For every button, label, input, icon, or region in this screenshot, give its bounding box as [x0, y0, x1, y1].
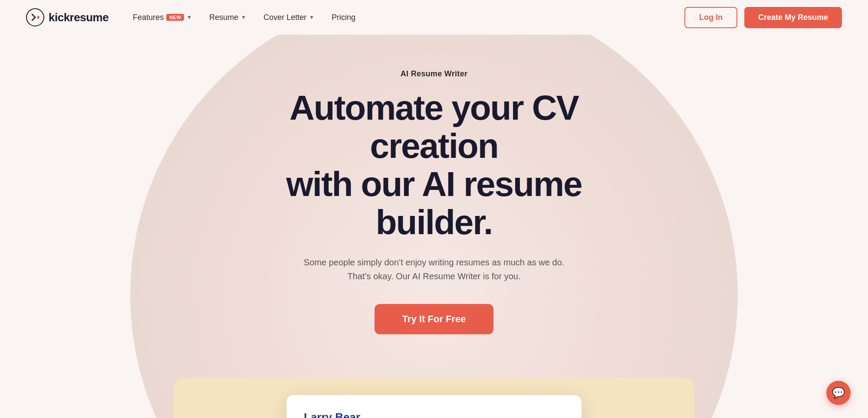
navbar: kickresume Features NEW ▼ Resume ▼ Cover… [0, 0, 868, 35]
nav-pricing-label: Pricing [332, 13, 355, 22]
hero-subtitle-line1: Some people simply don’t enjoy writing r… [304, 258, 564, 267]
hero-title-line1: Automate your CV creation [289, 88, 579, 165]
nav-features-label: Features [133, 13, 164, 22]
logo-icon [26, 8, 44, 26]
nav-item-features[interactable]: Features NEW ▼ [126, 10, 199, 26]
hero-subtitle-line2: That’s okay. Our AI Resume Writer is for… [347, 271, 520, 281]
try-free-button[interactable]: Try It For Free [375, 304, 494, 334]
hero-title: Automate your CV creation with our AI re… [239, 89, 629, 242]
hero-subtitle: Some people simply don’t enjoy writing r… [282, 255, 586, 283]
features-new-badge: NEW [166, 14, 184, 21]
chat-icon: 💬 [832, 387, 845, 399]
nav-items: Features NEW ▼ Resume ▼ Cover Letter ▼ P… [126, 10, 362, 26]
svg-point-1 [37, 16, 39, 19]
create-resume-button[interactable]: Create My Resume [744, 7, 842, 28]
hero-title-line2: with our AI resume builder. [286, 165, 582, 242]
preview-wrapper: Larry Bear Date of birth: 03/25/1980 Ema… [174, 378, 694, 418]
nav-item-cover-letter[interactable]: Cover Letter ▼ [256, 10, 321, 26]
logo-text: kickresume [49, 11, 108, 24]
navbar-left: kickresume Features NEW ▼ Resume ▼ Cover… [26, 8, 362, 26]
hero-section: AI Resume Writer Automate your CV creati… [0, 35, 868, 418]
features-chevron-icon: ▼ [187, 14, 192, 20]
resume-chevron-icon: ▼ [241, 14, 246, 20]
chat-bubble[interactable]: 💬 [826, 381, 851, 405]
nav-cover-letter-label: Cover Letter [263, 13, 306, 22]
navbar-right: Log In Create My Resume [684, 7, 842, 28]
nav-item-pricing[interactable]: Pricing [325, 10, 362, 26]
hero-eyebrow: AI Resume Writer [239, 69, 629, 78]
hero-content: AI Resume Writer Automate your CV creati… [239, 69, 629, 369]
preview-section: Larry Bear Date of birth: 03/25/1980 Ema… [0, 369, 868, 418]
nav-resume-label: Resume [209, 13, 238, 22]
logo[interactable]: kickresume [26, 8, 108, 26]
nav-item-resume[interactable]: Resume ▼ [202, 10, 253, 26]
login-button[interactable]: Log In [684, 7, 737, 28]
resume-card: Larry Bear Date of birth: 03/25/1980 Ema… [286, 395, 582, 418]
resume-name: Larry Bear [304, 411, 564, 418]
cover-letter-chevron-icon: ▼ [309, 14, 314, 20]
